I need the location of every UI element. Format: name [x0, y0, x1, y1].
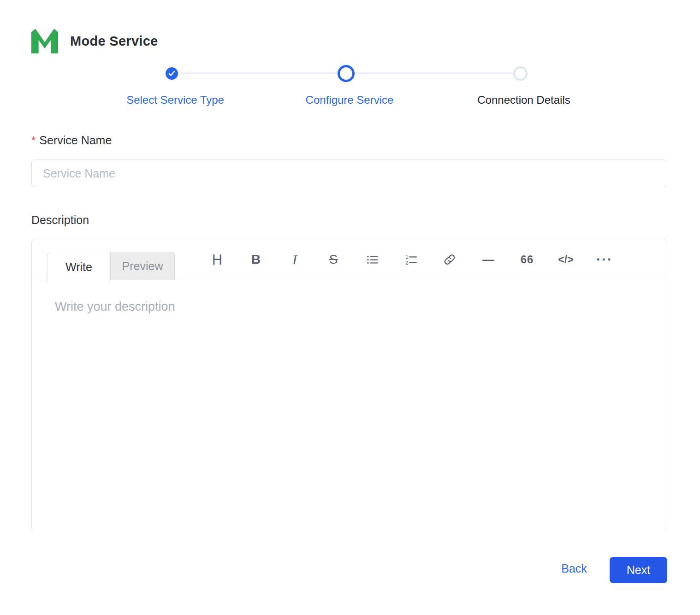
toolbar-unordered-list-button[interactable] [353, 239, 392, 280]
strikethrough-icon: S [329, 253, 338, 266]
heading-icon: H [212, 253, 222, 267]
description-textarea[interactable] [32, 280, 667, 532]
app-header: Mode Service [31, 29, 158, 53]
toolbar-strikethrough-button[interactable]: S [314, 239, 353, 280]
tab-preview[interactable]: Preview [110, 252, 175, 280]
service-name-input[interactable] [31, 160, 667, 187]
step-circle-configure-service[interactable] [338, 65, 355, 82]
page-title: Mode Service [70, 34, 158, 49]
next-button[interactable]: Next [610, 557, 667, 583]
description-label: Description [31, 213, 89, 227]
step-label-configure-service[interactable]: Configure Service [253, 94, 446, 106]
horizontal-rule-icon: — [482, 254, 494, 266]
editor-toolbar: HBIS12—66</>··· [198, 239, 627, 280]
page: Mode Service Select Service Type Configu… [0, 0, 700, 615]
check-icon [168, 71, 175, 77]
tab-write[interactable]: Write [47, 252, 110, 282]
wizard-stepper: Select Service Type Configure Service Co… [0, 0, 700, 115]
mode-logo-icon [31, 29, 58, 53]
step-circle-connection-details[interactable] [513, 66, 528, 81]
toolbar-ordered-list-button[interactable]: 12 [392, 239, 430, 280]
bold-icon: B [251, 253, 261, 266]
toolbar-link-button[interactable] [430, 239, 469, 280]
step-circle-select-service-type[interactable] [166, 67, 178, 80]
step-label-select-service-type[interactable]: Select Service Type [78, 94, 272, 106]
service-name-label-text: Service Name [39, 134, 112, 147]
code-icon: </> [558, 254, 573, 265]
description-editor: Write Preview HBIS12—66</>··· [31, 239, 667, 532]
back-button[interactable]: Back [553, 562, 595, 575]
toolbar-kebab-button[interactable]: ··· [585, 239, 624, 280]
toolbar-quote-button[interactable]: 66 [508, 239, 546, 280]
required-asterisk: * [31, 134, 36, 147]
toolbar-code-button[interactable]: </> [546, 239, 585, 280]
editor-header: Write Preview HBIS12—66</>··· [32, 239, 667, 280]
toolbar-bold-button[interactable]: B [237, 239, 275, 280]
editor-body [32, 280, 667, 532]
ordered-list-icon: 12 [405, 254, 417, 266]
italic-icon: I [292, 253, 297, 266]
service-name-label: *Service Name [31, 134, 112, 147]
kebab-icon: ··· [596, 253, 613, 266]
link-icon [443, 253, 456, 266]
svg-text:2: 2 [405, 260, 408, 265]
quote-icon: 66 [521, 254, 534, 265]
toolbar-horizontal-rule-button[interactable]: — [469, 239, 508, 280]
toolbar-italic-button[interactable]: I [275, 239, 314, 280]
unordered-list-icon [366, 254, 379, 266]
toolbar-heading-button[interactable]: H [198, 239, 237, 280]
step-label-connection-details[interactable]: Connection Details [427, 94, 621, 106]
svg-text:1: 1 [405, 254, 408, 260]
